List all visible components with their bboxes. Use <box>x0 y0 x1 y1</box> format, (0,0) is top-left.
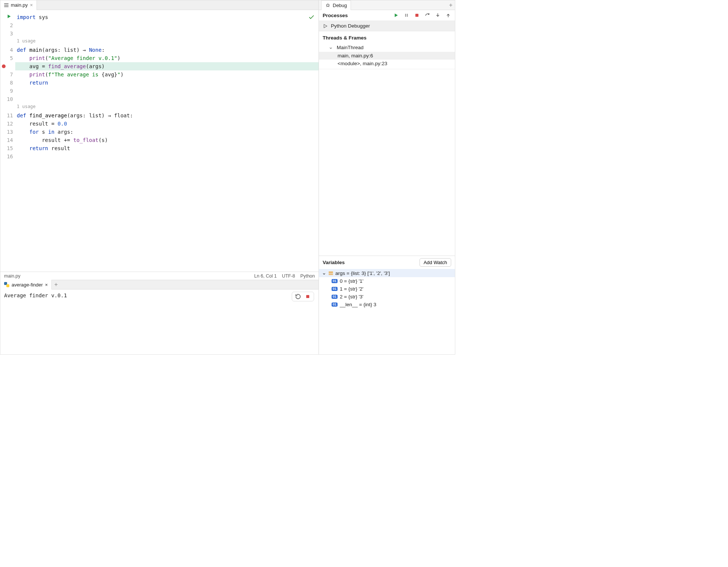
process-row[interactable]: Python Debugger <box>319 21 455 31</box>
var-text: 2 = {str} '3' <box>340 294 363 300</box>
type-badge-icon: 01 <box>332 279 338 283</box>
svg-marker-0 <box>8 15 11 18</box>
variables-body: ⌄ args = {list: 3} ['1', '2', '3'] 01 0 … <box>319 269 455 354</box>
gutter-line[interactable]: 11 <box>0 111 13 120</box>
variable-row[interactable]: 01 0 = {str} '1' <box>319 277 455 285</box>
gutter-line[interactable]: 13 <box>0 128 13 136</box>
code-editor[interactable]: 2 3 4 5 7 8 9 10 11 12 13 14 15 16 <box>0 10 319 272</box>
gutter-line[interactable]: 15 <box>0 144 13 152</box>
file-icon <box>4 3 9 7</box>
svg-marker-9 <box>324 24 327 28</box>
console-tab[interactable]: average-finder × <box>0 280 52 289</box>
usage-inlay: 1 usage <box>15 103 319 111</box>
close-icon[interactable]: × <box>45 282 48 288</box>
gutter-line[interactable]: 4 <box>0 46 13 54</box>
step-into-icon[interactable] <box>435 12 441 18</box>
svg-marker-3 <box>395 13 398 17</box>
processes-header: Processes <box>319 10 455 21</box>
breakpoint-icon[interactable] <box>2 64 6 68</box>
console-tabbar: average-finder × + <box>0 280 319 289</box>
thread-row[interactable]: ⌄ MainThread <box>319 43 455 52</box>
svg-rect-5 <box>407 14 408 17</box>
debug-toolbar <box>393 12 451 18</box>
rerun-icon[interactable] <box>295 294 301 300</box>
console-body[interactable]: Average finder v.0.1 <box>0 289 319 354</box>
gutter-line[interactable] <box>0 38 13 46</box>
resume-icon[interactable] <box>393 12 399 18</box>
gutter-line[interactable]: 14 <box>0 136 13 144</box>
type-badge-icon: 01 <box>332 287 338 291</box>
variables-header: Variables Add Watch <box>319 256 455 269</box>
var-text: 0 = {str} '1' <box>340 278 363 284</box>
variable-row[interactable]: 01 __len__ = {int} 3 <box>319 301 455 308</box>
console-tab-label: average-finder <box>12 282 43 288</box>
step-over-icon[interactable] <box>424 12 430 18</box>
stop-icon[interactable] <box>305 294 311 300</box>
gutter-line[interactable]: 16 <box>0 152 13 161</box>
variables-label: Variables <box>323 260 345 265</box>
stop-icon[interactable] <box>414 12 420 18</box>
status-language[interactable]: Python <box>300 273 315 279</box>
var-text: args = {list: 3} ['1', '2', '3'] <box>335 270 390 276</box>
type-badge-icon: 01 <box>332 302 338 307</box>
thread-label: MainThread <box>337 45 364 50</box>
threads-section: Threads & Frames ⌄ MainThread main, main… <box>319 31 455 69</box>
stack-frame[interactable]: main, main.py:6 <box>319 52 455 60</box>
editor-tabbar: main.py × <box>0 0 319 10</box>
run-outline-icon <box>323 23 328 29</box>
debug-pane: Debug + Processes Python Debugger Thread… <box>319 0 455 354</box>
editor-wrap: 2 3 4 5 7 8 9 10 11 12 13 14 15 16 <box>0 10 319 280</box>
left-pane: main.py × 2 3 4 <box>0 0 319 354</box>
ide-root: main.py × 2 3 4 <box>0 0 455 355</box>
list-icon <box>329 272 333 275</box>
debug-tab[interactable]: Debug <box>321 0 351 10</box>
status-encoding[interactable]: UTF-8 <box>282 273 295 279</box>
status-position[interactable]: Ln 6, Col 1 <box>254 273 276 279</box>
gutter-line[interactable] <box>0 103 13 111</box>
variables-section: Variables Add Watch ⌄ args = {list: 3} [… <box>319 256 455 354</box>
chevron-down-icon: ⌄ <box>329 44 333 50</box>
bug-icon <box>325 3 330 8</box>
gutter-line[interactable] <box>0 62 13 70</box>
editor-tab-main[interactable]: main.py × <box>0 0 37 10</box>
gutter-line[interactable]: 10 <box>0 95 13 103</box>
step-out-icon[interactable] <box>445 12 451 18</box>
var-text: 1 = {str} '2' <box>340 286 363 292</box>
editor-statusbar: main.py Ln 6, Col 1 UTF-8 Python <box>0 272 319 280</box>
gutter-line[interactable]: 9 <box>0 87 13 95</box>
var-text: __len__ = {int} 3 <box>340 302 376 307</box>
gutter-line[interactable]: 5 <box>0 54 13 62</box>
stack-frame[interactable]: <module>, main.py:23 <box>319 60 455 67</box>
variable-row[interactable]: 01 2 = {str} '3' <box>319 293 455 301</box>
add-tab-icon[interactable]: + <box>447 2 455 9</box>
gutter-line[interactable]: 12 <box>0 120 13 128</box>
variable-row[interactable]: 01 1 = {str} '2' <box>319 285 455 293</box>
code-area[interactable]: import sys 1 usage def main(args: list) … <box>15 10 319 272</box>
svg-rect-4 <box>405 14 406 17</box>
gutter-line[interactable]: 2 <box>0 21 13 29</box>
gutter-line[interactable]: 7 <box>0 70 13 79</box>
frame-label: main, main.py:6 <box>338 53 373 58</box>
python-icon <box>4 282 9 287</box>
console-output-line: Average finder v.0.1 <box>4 292 315 298</box>
threads-frames-label: Threads & Frames <box>319 33 455 43</box>
debug-tabbar: Debug + <box>319 0 455 10</box>
add-tab-icon[interactable]: + <box>52 281 60 288</box>
gutter-line[interactable]: 8 <box>0 79 13 87</box>
chevron-down-icon: ⌄ <box>322 270 326 276</box>
usage-inlay: 1 usage <box>15 38 319 46</box>
run-icon[interactable] <box>6 14 12 19</box>
svg-rect-1 <box>306 295 309 298</box>
console-panel: average-finder × + Average finder v.0.1 <box>0 280 319 354</box>
variable-row-args[interactable]: ⌄ args = {list: 3} ['1', '2', '3'] <box>319 269 455 277</box>
add-watch-button[interactable]: Add Watch <box>420 258 451 267</box>
gutter-line[interactable]: 3 <box>0 29 13 38</box>
type-badge-icon: 01 <box>332 295 338 299</box>
gutter: 2 3 4 5 7 8 9 10 11 12 13 14 15 16 <box>0 10 15 272</box>
gutter-line[interactable] <box>0 13 13 21</box>
editor-tab-label: main.py <box>11 2 28 8</box>
pause-icon[interactable] <box>403 12 409 18</box>
svg-rect-6 <box>415 14 418 17</box>
processes-label: Processes <box>323 13 348 18</box>
close-icon[interactable]: × <box>30 2 33 8</box>
